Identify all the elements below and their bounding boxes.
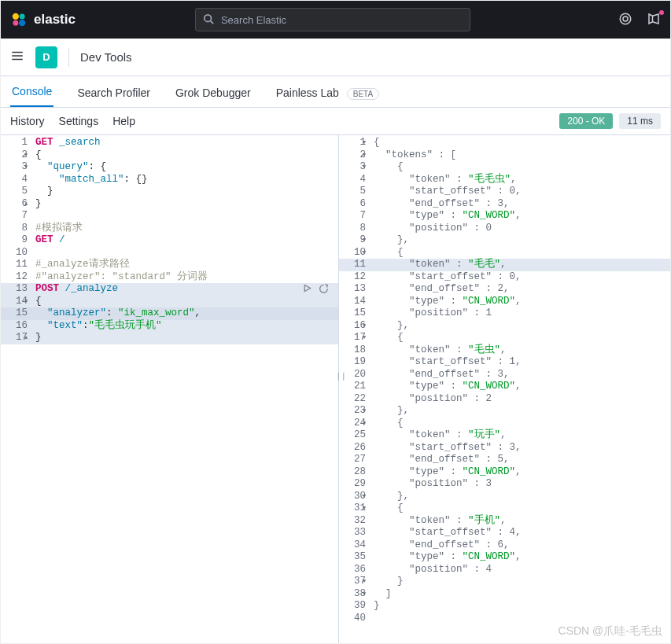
news-icon[interactable] bbox=[647, 12, 661, 28]
code-line[interactable]: "position" : 1 bbox=[374, 307, 670, 320]
code-line[interactable]: }, bbox=[374, 491, 670, 503]
fold-toggle-icon[interactable]: ▲ bbox=[24, 332, 28, 344]
tab-grok-debugger[interactable]: Grok Debugger bbox=[174, 86, 253, 107]
code-line[interactable]: "type" : "CN_WORD", bbox=[374, 210, 670, 223]
help-icon[interactable] bbox=[618, 12, 632, 28]
svg-marker-11 bbox=[304, 285, 310, 291]
help-link[interactable]: Help bbox=[112, 115, 135, 127]
code-line[interactable]: "position" : 2 bbox=[374, 393, 670, 406]
code-line[interactable]: { bbox=[374, 418, 670, 430]
code-line[interactable]: }, bbox=[374, 320, 670, 333]
code-line[interactable]: "position" : 0 bbox=[374, 223, 670, 235]
editor-panes: 1234567891011121314151617 GET _search{ "… bbox=[1, 134, 670, 644]
fold-toggle-icon[interactable]: ▼ bbox=[363, 149, 366, 162]
run-request-icon[interactable] bbox=[302, 283, 312, 298]
code-line[interactable]: { bbox=[374, 332, 670, 344]
fold-toggle-icon[interactable]: ▼ bbox=[363, 491, 366, 503]
line-number: 12 bbox=[339, 271, 366, 284]
code-line[interactable]: { bbox=[374, 161, 670, 174]
svg-point-2 bbox=[13, 20, 18, 26]
fold-toggle-icon[interactable]: ▼ bbox=[363, 161, 366, 174]
line-number: 40 bbox=[339, 613, 366, 625]
code-line[interactable]: "token" : "毛毛", bbox=[374, 259, 670, 271]
fold-toggle-icon[interactable]: ▼ bbox=[363, 137, 366, 149]
fold-toggle-icon[interactable]: ▼ bbox=[363, 588, 366, 601]
fold-toggle-icon[interactable]: ▼ bbox=[363, 247, 366, 259]
code-line[interactable]: "tokens" : [ bbox=[374, 149, 670, 162]
fold-toggle-icon[interactable]: ▼ bbox=[24, 296, 28, 308]
code-line[interactable] bbox=[35, 247, 338, 259]
fold-toggle-icon[interactable]: ▲ bbox=[24, 198, 28, 211]
code-line[interactable]: "start_offset" : 0, bbox=[374, 271, 670, 284]
code-line[interactable]: "token" : "毛虫", bbox=[374, 344, 670, 357]
code-line[interactable]: "token" : "玩手", bbox=[374, 429, 670, 442]
code-line[interactable]: "end_offset" : 3, bbox=[374, 198, 670, 211]
code-line[interactable]: "start_offset" : 4, bbox=[374, 527, 670, 539]
code-line[interactable]: { bbox=[374, 137, 670, 149]
code-line[interactable]: "type" : "CN_WORD", bbox=[374, 551, 670, 564]
code-line[interactable]: { bbox=[35, 296, 338, 308]
code-line[interactable]: "end_offset" : 3, bbox=[374, 369, 670, 381]
code-line[interactable]: "end_offset" : 5, bbox=[374, 454, 670, 466]
global-search[interactable] bbox=[195, 8, 470, 31]
code-line[interactable]: } bbox=[35, 332, 338, 344]
fold-toggle-icon[interactable]: ▼ bbox=[363, 332, 366, 344]
code-line[interactable]: "start_offset" : 3, bbox=[374, 442, 670, 454]
code-line[interactable]: }, bbox=[374, 234, 670, 247]
code-line[interactable] bbox=[35, 210, 338, 223]
code-line[interactable]: "position" : 4 bbox=[374, 564, 670, 576]
fold-toggle-icon[interactable]: ▼ bbox=[363, 576, 366, 588]
code-line[interactable]: "match_all": {} bbox=[35, 174, 338, 186]
code-line[interactable]: "end_offset" : 6, bbox=[374, 539, 670, 552]
code-line[interactable]: GET _search bbox=[35, 137, 338, 149]
code-line[interactable]: } bbox=[35, 198, 338, 211]
brand-logo[interactable]: elastic bbox=[10, 11, 76, 28]
svg-point-3 bbox=[19, 20, 25, 26]
code-line[interactable]: ] bbox=[374, 588, 670, 601]
fold-toggle-icon[interactable]: ▼ bbox=[363, 502, 366, 515]
code-line[interactable]: { bbox=[374, 502, 670, 515]
fold-toggle-icon[interactable]: ▼ bbox=[24, 161, 28, 174]
code-line[interactable] bbox=[374, 613, 670, 625]
line-number: 39 bbox=[339, 600, 366, 613]
response-viewer[interactable]: || 1234567891011121314151617181920212223… bbox=[339, 135, 670, 644]
fold-toggle-icon[interactable]: ▼ bbox=[363, 320, 366, 333]
fold-toggle-icon[interactable]: ▼ bbox=[363, 418, 366, 430]
code-line[interactable]: #"analyzer": "standard" 分词器 bbox=[35, 271, 338, 284]
code-line[interactable]: "type" : "CN_WORD", bbox=[374, 296, 670, 308]
code-line[interactable]: }, bbox=[374, 405, 670, 418]
code-line[interactable]: "start_offset" : 1, bbox=[374, 356, 670, 369]
search-input[interactable] bbox=[195, 8, 470, 31]
code-line[interactable]: "start_offset" : 0, bbox=[374, 186, 670, 198]
code-line[interactable]: POST /_analyze bbox=[35, 283, 338, 296]
code-line[interactable]: #_analyze请求路径 bbox=[35, 259, 338, 271]
code-line[interactable]: "text":"毛毛虫玩手机" bbox=[35, 320, 338, 333]
code-line[interactable]: } bbox=[374, 576, 670, 588]
code-line[interactable]: } bbox=[374, 600, 670, 613]
code-line[interactable]: "position" : 3 bbox=[374, 478, 670, 491]
code-line[interactable]: "token" : "毛毛虫", bbox=[374, 174, 670, 186]
tab-painless-lab[interactable]: Painless Lab BETA bbox=[275, 86, 381, 107]
code-line[interactable]: "end_offset" : 2, bbox=[374, 283, 670, 296]
request-options-icon[interactable] bbox=[319, 283, 329, 298]
fold-toggle-icon[interactable]: ▼ bbox=[363, 405, 366, 418]
code-line[interactable]: { bbox=[35, 149, 338, 162]
code-line[interactable]: } bbox=[35, 186, 338, 198]
history-link[interactable]: History bbox=[10, 115, 45, 127]
fold-toggle-icon[interactable]: ▼ bbox=[24, 149, 28, 162]
code-line[interactable]: GET / bbox=[35, 234, 338, 247]
tab-search-profiler[interactable]: Search Profiler bbox=[76, 86, 152, 107]
code-line[interactable]: "type" : "CN_WORD", bbox=[374, 466, 670, 479]
code-line[interactable]: { bbox=[374, 247, 670, 259]
fold-toggle-icon[interactable]: ▼ bbox=[363, 234, 366, 247]
code-line[interactable]: "query": { bbox=[35, 161, 338, 174]
code-line[interactable]: "analyzer": "ik_max_word", bbox=[35, 307, 338, 320]
code-line[interactable]: "token" : "手机", bbox=[374, 515, 670, 528]
line-number: 36 bbox=[339, 564, 366, 576]
code-line[interactable]: "type" : "CN_WORD", bbox=[374, 381, 670, 393]
hamburger-icon[interactable] bbox=[10, 49, 24, 65]
settings-link[interactable]: Settings bbox=[59, 115, 99, 127]
code-line[interactable]: #模拟请求 bbox=[35, 223, 338, 235]
request-editor[interactable]: 1234567891011121314151617 GET _search{ "… bbox=[1, 135, 339, 644]
tab-console[interactable]: Console bbox=[10, 85, 53, 107]
